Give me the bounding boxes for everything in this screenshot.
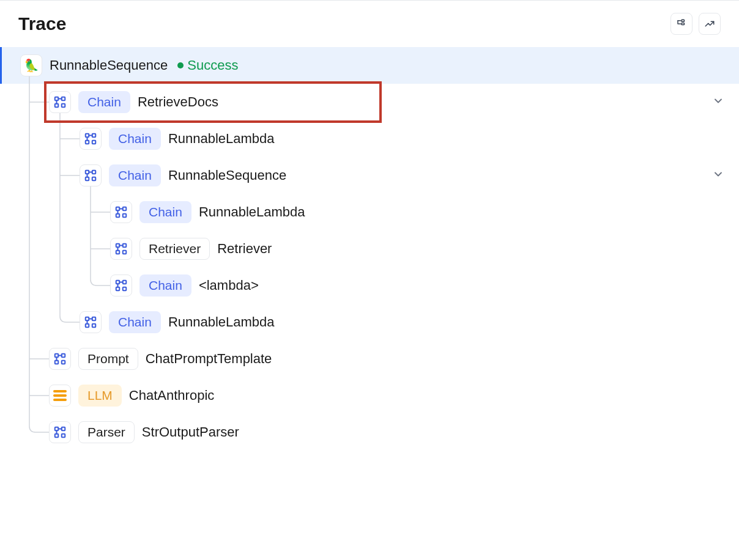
chain-icon (53, 352, 67, 366)
node-icon-box (49, 348, 71, 370)
type-badge: Chain (109, 164, 161, 186)
chain-icon (84, 315, 97, 329)
node-icon-box (110, 201, 132, 223)
node-name: RunnableLambda (199, 204, 305, 220)
chain-icon (114, 242, 128, 256)
trace-tree: 🦜 RunnableSequence Success ChainRetrieve… (0, 47, 739, 469)
tree-row[interactable]: LLMChatAnthropic (0, 377, 739, 414)
svg-rect-9 (92, 141, 96, 144)
tree-row[interactable]: ChainRetrieveDocs (0, 84, 739, 120)
type-badge: Prompt (78, 348, 138, 370)
stats-button[interactable] (699, 13, 721, 35)
node-icon-box (49, 91, 71, 113)
node-name: ChatAnthropic (129, 388, 214, 403)
type-badge: Chain (139, 274, 191, 297)
node-name: StrOutputParser (142, 424, 239, 440)
parrot-icon: 🦜 (24, 58, 39, 73)
node-name: ChatPromptTemplate (146, 351, 272, 367)
node-name: RunnableLambda (168, 131, 275, 147)
type-badge: Chain (139, 201, 191, 223)
node-icon-box (49, 421, 71, 443)
svg-rect-17 (123, 214, 127, 218)
tree-row[interactable]: Chain<lambda> (0, 267, 739, 304)
node-name: RunnableSequence (168, 168, 286, 183)
node-name: RetrieveDocs (138, 94, 218, 110)
node-icon-box (80, 128, 102, 150)
tree-row[interactable]: ChainRunnableSequence (0, 157, 739, 194)
chain-icon (114, 279, 128, 292)
panel-header: Trace (0, 1, 739, 47)
node-name: Retriever (217, 241, 272, 257)
tree-root-row[interactable]: 🦜 RunnableSequence Success (0, 47, 739, 84)
svg-rect-0 (681, 20, 685, 21)
page-title: Trace (18, 13, 66, 34)
tree-row[interactable]: RetrieverRetriever (0, 230, 739, 267)
tree-row[interactable]: ParserStrOutputParser (0, 414, 739, 451)
chain-icon (53, 426, 67, 439)
status-badge: Success (177, 57, 238, 73)
chain-icon (84, 132, 97, 146)
chain-icon (84, 169, 97, 182)
tree-row[interactable]: ChainRunnableLambda (0, 194, 739, 230)
type-badge: Retriever (139, 238, 210, 260)
type-badge: Chain (109, 128, 161, 150)
type-badge: Chain (78, 91, 130, 113)
svg-rect-21 (123, 251, 127, 254)
type-badge: Parser (78, 421, 135, 443)
node-icon-box (80, 164, 102, 186)
tree-view-button[interactable] (670, 13, 693, 35)
chevron-down-icon[interactable] (712, 95, 724, 109)
node-icon-box (80, 311, 102, 333)
node-name: <lambda> (199, 278, 259, 293)
svg-rect-25 (123, 287, 127, 291)
node-icon-box (49, 385, 71, 407)
llm-icon (53, 389, 67, 402)
tree-row[interactable]: ChainRunnableLambda (0, 120, 739, 157)
type-badge: LLM (78, 385, 122, 407)
tree-icon (676, 18, 687, 29)
trend-up-icon (704, 18, 715, 29)
chevron-down-icon[interactable] (712, 168, 724, 183)
chain-icon (53, 95, 67, 109)
root-node-name: RunnableSequence (50, 57, 168, 73)
status-dot-icon (177, 62, 184, 68)
root-icon-box: 🦜 (20, 54, 42, 76)
node-icon-box (110, 238, 132, 260)
svg-rect-13 (92, 177, 96, 181)
svg-rect-33 (62, 361, 65, 364)
svg-rect-37 (62, 434, 65, 438)
svg-rect-29 (92, 324, 96, 328)
header-actions (670, 13, 721, 35)
svg-rect-1 (681, 23, 685, 25)
node-icon-box (110, 274, 132, 297)
status-text: Success (187, 57, 238, 73)
type-badge: Chain (109, 311, 161, 333)
tree-row[interactable]: PromptChatPromptTemplate (0, 341, 739, 377)
node-name: RunnableLambda (168, 314, 275, 330)
svg-rect-5 (62, 104, 65, 108)
tree-row[interactable]: ChainRunnableLambda (0, 304, 739, 341)
chain-icon (114, 205, 128, 219)
